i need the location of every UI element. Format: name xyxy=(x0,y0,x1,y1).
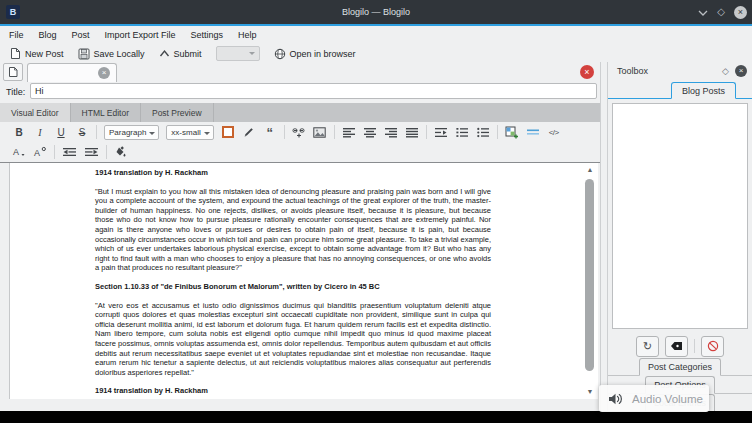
indent-button[interactable] xyxy=(84,144,99,160)
highlight-button[interactable] xyxy=(242,124,256,140)
close-icon[interactable]: × xyxy=(734,6,747,19)
blog-posts-list[interactable] xyxy=(612,103,748,329)
blog-selector-dropdown[interactable] xyxy=(216,46,260,61)
insert-image-button[interactable] xyxy=(313,124,327,140)
html-code-button[interactable]: </> xyxy=(547,124,561,140)
reload-posts-button[interactable]: ↻ xyxy=(636,336,659,357)
svg-text:A: A xyxy=(34,148,40,158)
menu-help[interactable]: Help xyxy=(238,30,257,40)
tab-post-preview[interactable]: Post Preview xyxy=(141,103,214,122)
blockquote-button[interactable]: “ xyxy=(263,124,277,140)
tab-html-editor[interactable]: HTML Editor xyxy=(71,103,141,122)
align-center-button[interactable] xyxy=(363,124,377,140)
superscript-button[interactable]: A xyxy=(33,144,47,160)
scroll-down-icon[interactable]: ▼ xyxy=(584,387,596,397)
scrollbar-thumb[interactable] xyxy=(585,179,594,371)
separator xyxy=(106,145,107,159)
maximize-icon[interactable]: ◇ xyxy=(717,7,725,17)
doc-heading: Section 1.10.33 of "de Finibus Bonorum e… xyxy=(95,282,491,292)
globe-icon xyxy=(274,48,286,60)
italic-button[interactable]: I xyxy=(33,124,47,140)
direction-rtl-icon xyxy=(434,127,448,138)
doc-paragraph: "But I must explain to you how all this … xyxy=(95,187,491,273)
indent-icon xyxy=(84,147,99,157)
link-icon xyxy=(292,126,306,138)
toolbox-header: Toolbox ◇ × xyxy=(608,62,752,80)
font-size-dropdown[interactable]: xx-small xyxy=(166,125,213,140)
pane-splitter[interactable] xyxy=(600,62,608,411)
separator xyxy=(54,145,55,159)
editor-mode-tabs: Visual Editor HTML Editor Post Preview xyxy=(0,103,600,122)
underline-button[interactable]: U xyxy=(54,124,68,140)
tab-close-icon[interactable]: × xyxy=(98,67,110,79)
submit-button[interactable]: Submit xyxy=(159,49,202,59)
insert-table-button[interactable] xyxy=(505,124,519,140)
remove-post-button[interactable] xyxy=(665,336,688,357)
menu-blog[interactable]: Blog xyxy=(39,30,57,40)
separator xyxy=(334,125,335,139)
save-locally-button[interactable]: Save Locally xyxy=(78,48,145,60)
bold-button[interactable]: B xyxy=(12,124,26,140)
new-post-tab-button[interactable] xyxy=(3,63,23,81)
title-row: Title: xyxy=(0,83,600,101)
align-justify-icon xyxy=(405,127,419,138)
insert-link-button[interactable] xyxy=(292,124,306,140)
post-tab[interactable]: × xyxy=(27,63,117,82)
menubar: File Blog Post Import Export File Settin… xyxy=(0,26,752,44)
format-toolbar: B I U S Paragraph xx-small “ xyxy=(0,122,600,163)
new-document-icon xyxy=(10,47,21,60)
window-title: Blogilo — Blogilo xyxy=(0,7,752,17)
post-body[interactable]: 1914 translation by H. Rackham "But I mu… xyxy=(95,168,491,399)
minimize-icon[interactable] xyxy=(698,9,708,16)
menu-file[interactable]: File xyxy=(9,30,24,40)
close-panel-icon[interactable]: × xyxy=(735,65,747,77)
visual-editor-canvas[interactable]: 1914 translation by H. Rackham "But I mu… xyxy=(9,163,598,399)
open-in-browser-button[interactable]: Open in browser xyxy=(274,48,356,60)
strikethrough-button[interactable]: S xyxy=(75,124,89,140)
tab-post-categories[interactable]: Post Categories xyxy=(639,358,721,376)
paragraph-style-dropdown[interactable]: Paragraph xyxy=(104,125,159,140)
blog-posts-actions: ↻ xyxy=(608,334,752,358)
menu-settings[interactable]: Settings xyxy=(191,30,224,40)
image-icon xyxy=(313,127,326,138)
unordered-list-button[interactable] xyxy=(476,124,490,140)
doc-heading: 1914 translation by H. Rackham xyxy=(95,386,491,396)
svg-text:A: A xyxy=(13,147,19,157)
align-left-button[interactable] xyxy=(342,124,356,140)
close-post-tab-button[interactable]: × xyxy=(580,65,594,79)
subscript-button[interactable]: A xyxy=(12,144,26,160)
editor-scrollbar[interactable]: ▲ ▼ xyxy=(584,165,596,397)
post-tabbar: × × xyxy=(0,62,600,82)
doc-paragraph: "At vero eos et accusamus et iusto odio … xyxy=(95,301,491,378)
align-justify-button[interactable] xyxy=(405,124,419,140)
background-color-button[interactable] xyxy=(114,144,128,160)
horizontal-rule-button[interactable] xyxy=(526,124,540,140)
main-toolbar: New Post Save Locally Submit Open in bro… xyxy=(0,44,752,63)
ordered-list-icon xyxy=(455,127,469,138)
menu-post[interactable]: Post xyxy=(72,30,90,40)
ordered-list-button[interactable] xyxy=(455,124,469,140)
new-post-button[interactable]: New Post xyxy=(10,47,64,60)
separator xyxy=(426,125,427,139)
separator xyxy=(694,339,695,353)
new-tab-icon xyxy=(8,66,19,78)
align-center-icon xyxy=(363,127,377,138)
align-right-icon xyxy=(384,127,398,138)
scroll-up-icon[interactable]: ▲ xyxy=(584,165,596,175)
speaker-icon xyxy=(608,392,624,406)
tab-blog-posts[interactable]: Blog Posts xyxy=(671,82,736,99)
submit-up-icon xyxy=(159,49,170,58)
save-floppy-icon xyxy=(78,48,90,60)
outdent-button[interactable] xyxy=(62,144,77,160)
tab-visual-editor[interactable]: Visual Editor xyxy=(0,103,71,122)
align-right-button[interactable] xyxy=(384,124,398,140)
titlebar[interactable]: B Blogilo — Blogilo ◇ × xyxy=(0,0,752,24)
menu-import-export-file[interactable]: Import Export File xyxy=(105,30,176,40)
text-color-button[interactable] xyxy=(221,124,235,140)
float-panel-icon[interactable]: ◇ xyxy=(722,66,729,76)
text-direction-button[interactable] xyxy=(434,124,448,140)
cancel-button[interactable] xyxy=(701,336,724,357)
toolbox-tabrow: Blog Posts xyxy=(608,82,752,99)
post-title-input[interactable] xyxy=(30,83,597,99)
color-swatch-icon xyxy=(222,126,234,138)
